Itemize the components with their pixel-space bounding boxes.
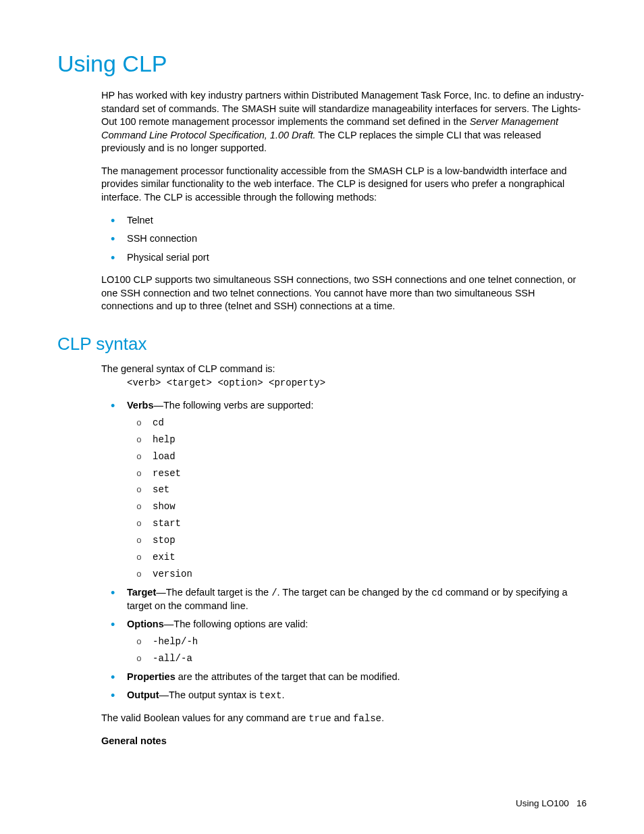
- intro-paragraph-2: The management processor functionality a…: [101, 165, 587, 205]
- output-item: Output—The output syntax is text.: [101, 689, 587, 702]
- verbs-list: cd help load reset set show start stop e…: [127, 417, 587, 581]
- list-item: Telnet: [101, 214, 587, 228]
- list-item: cd: [127, 417, 587, 429]
- bool-end: .: [381, 712, 384, 723]
- target-item: Target—The default target is the /. The …: [101, 586, 587, 613]
- verbs-text: —The following verbs are supported:: [154, 400, 314, 411]
- intro-block: HP has worked with key industry partners…: [101, 89, 587, 313]
- output-code: text: [259, 690, 282, 701]
- syntax-block: The general syntax of CLP command is: <v…: [101, 363, 587, 748]
- cd-code: cd: [431, 588, 443, 598]
- target-text-a: —The default target is the: [156, 587, 271, 598]
- bool-true: true: [308, 713, 331, 724]
- syntax-intro: The general syntax of CLP command is:: [101, 363, 587, 376]
- properties-text: are the attributes of the target that ca…: [176, 671, 400, 682]
- output-label: Output: [127, 689, 159, 700]
- output-text-a: —The output syntax is: [159, 689, 259, 700]
- syntax-line: <verb> <target> <option> <property>: [127, 377, 587, 390]
- bool-mid: and: [331, 712, 353, 723]
- general-notes-heading: General notes: [101, 735, 587, 748]
- list-item: set: [127, 484, 587, 496]
- output-text-b: .: [281, 689, 284, 700]
- intro-paragraph-1: HP has worked with key industry partners…: [101, 89, 587, 155]
- list-item: exit: [127, 551, 587, 564]
- target-slash: /: [271, 588, 277, 598]
- access-methods-list: Telnet SSH connection Physical serial po…: [101, 214, 587, 265]
- list-item: version: [127, 568, 587, 581]
- list-item: load: [127, 450, 587, 463]
- list-item: start: [127, 517, 587, 530]
- list-item: show: [127, 500, 587, 513]
- bool-a: The valid Boolean values for any command…: [101, 712, 308, 723]
- options-item: Options—The following options are valid:…: [101, 618, 587, 664]
- list-item: -all/-a: [127, 652, 587, 665]
- list-item: SSH connection: [101, 232, 587, 246]
- boolean-note: The valid Boolean values for any command…: [101, 712, 587, 725]
- syntax-components-list: Verbs—The following verbs are supported:…: [101, 399, 587, 702]
- target-label: Target: [127, 587, 156, 598]
- verbs-label: Verbs: [127, 400, 154, 411]
- target-text-b: . The target can be changed by the: [277, 587, 432, 598]
- properties-item: Properties are the attributes of the tar…: [101, 671, 587, 684]
- document-page: Using CLP HP has worked with key industr…: [0, 0, 644, 834]
- bool-false: false: [353, 713, 381, 724]
- list-item: help: [127, 434, 587, 446]
- page-title: Using CLP: [57, 51, 587, 77]
- verbs-item: Verbs—The following verbs are supported:…: [101, 399, 587, 580]
- page-footer: Using LO100 16: [516, 798, 587, 808]
- footer-section-label: Using LO100: [516, 798, 569, 808]
- list-item: Physical serial port: [101, 251, 587, 265]
- list-item: -help/-h: [127, 635, 587, 648]
- list-item: reset: [127, 467, 587, 480]
- options-list: -help/-h -all/-a: [127, 635, 587, 665]
- options-text: —The following options are valid:: [164, 619, 308, 629]
- intro-paragraph-3: LO100 CLP supports two simultaneous SSH …: [101, 273, 587, 313]
- footer-page-number: 16: [576, 798, 587, 808]
- list-item: stop: [127, 534, 587, 547]
- section-title-clp-syntax: CLP syntax: [57, 334, 587, 355]
- options-label: Options: [127, 619, 164, 629]
- properties-label: Properties: [127, 671, 176, 682]
